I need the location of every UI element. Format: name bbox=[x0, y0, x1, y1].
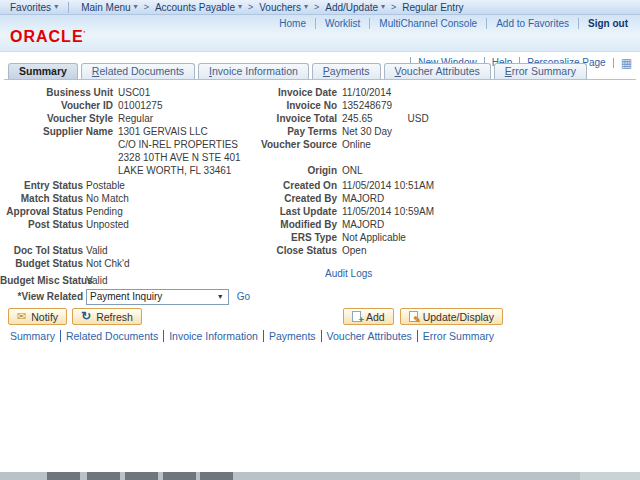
refresh-button[interactable]: ↻ Refresh bbox=[72, 308, 142, 325]
tab-voucher-attributes[interactable]: Voucher Attributes bbox=[384, 63, 491, 79]
chevron-down-icon: ▾ bbox=[381, 3, 385, 11]
chevron-down-icon: ▾ bbox=[134, 3, 138, 11]
chevron-down-icon: ▾ bbox=[238, 3, 242, 11]
footer-link-payments[interactable]: Payments bbox=[263, 330, 321, 342]
worklist-link[interactable]: Worklist bbox=[315, 18, 369, 29]
footer-link-voucher-attributes[interactable]: Voucher Attributes bbox=[321, 330, 417, 342]
breadcrumb-separator: > bbox=[246, 2, 255, 12]
breadcrumb-label: Vouchers bbox=[259, 2, 301, 13]
breadcrumb-accounts-payable[interactable]: Accounts Payable ▾ bbox=[151, 2, 246, 13]
field-label: Invoice No bbox=[225, 99, 337, 112]
taskbar-segment bbox=[125, 472, 158, 480]
tab-error-summary[interactable]: Error Summary bbox=[494, 63, 587, 79]
header-links: HomeWorklistMultiChannel ConsoleAdd to F… bbox=[270, 18, 630, 29]
field-last-update: Last Update 11/05/2014 10:59AM bbox=[225, 205, 585, 218]
tab-invoice-information[interactable]: Invoice Information bbox=[198, 63, 309, 79]
multichannel-console-link[interactable]: MultiChannel Console bbox=[369, 18, 486, 29]
breadcrumb: Favorites ▾ Main Menu ▾ > Accounts Payab… bbox=[0, 0, 640, 15]
field-value: Valid bbox=[83, 244, 108, 257]
field-value: Open bbox=[337, 244, 366, 257]
tab-related-documents[interactable]: Related Documents bbox=[81, 63, 195, 79]
field-origin: Origin ONL bbox=[225, 164, 585, 177]
field-label: Created By bbox=[225, 192, 337, 205]
field-entry-status: Entry Status Postable bbox=[0, 179, 250, 192]
chevron-down-icon: ▾ bbox=[54, 3, 58, 11]
home-link[interactable]: Home bbox=[270, 18, 315, 29]
field-value: 11/10/2014 bbox=[337, 86, 391, 99]
tab-summary[interactable]: Summary bbox=[8, 63, 78, 79]
personalize-layout-icon[interactable]: ▦ bbox=[613, 58, 632, 68]
field-value: Pending bbox=[83, 205, 123, 218]
button-label: Refresh bbox=[96, 311, 133, 323]
field-value: No Match bbox=[83, 192, 129, 205]
field-value: USC01 bbox=[113, 86, 150, 99]
field-label: Created On bbox=[225, 179, 337, 192]
view-related-selected-value: Payment Inquiry bbox=[90, 291, 162, 302]
tab-payments[interactable]: Payments bbox=[312, 63, 381, 79]
update-display-button[interactable]: ✎ Update/Display bbox=[400, 308, 503, 325]
field-close-status: Close Status Open bbox=[225, 244, 585, 257]
field-value: MAJORD bbox=[337, 218, 384, 231]
tab-label: Summary bbox=[19, 65, 67, 77]
tab-strip: Summary Related Documents Invoice Inform… bbox=[8, 63, 590, 79]
field-value: Online bbox=[337, 138, 371, 151]
breadcrumb-main-menu[interactable]: Main Menu ▾ bbox=[77, 2, 141, 13]
oracle-logo: ORACLE' bbox=[10, 28, 86, 46]
toolbar-right: + Add ✎ Update/Display bbox=[343, 308, 503, 325]
add-button[interactable]: + Add bbox=[343, 308, 394, 325]
field-ers-type: ERS Type Not Applicable bbox=[225, 231, 585, 244]
taskbar-segment bbox=[87, 472, 120, 480]
audit-logs-link[interactable]: Audit Logs bbox=[325, 268, 372, 279]
footer-link-error-summary[interactable]: Error Summary bbox=[417, 330, 499, 342]
breadcrumb-separator: > bbox=[389, 2, 398, 12]
taskbar-segment bbox=[200, 472, 233, 480]
view-related-select[interactable]: Payment Inquiry ▼ bbox=[86, 289, 229, 305]
left-field-column: Business Unit USC01 Voucher ID 01001275 … bbox=[0, 86, 250, 305]
breadcrumb-add-update[interactable]: Add/Update ▾ bbox=[321, 2, 389, 13]
field-label: Entry Status bbox=[0, 179, 83, 192]
field-value: ONL bbox=[337, 164, 363, 177]
notify-button[interactable]: ✉ Notify bbox=[8, 308, 67, 325]
field-label: Business Unit bbox=[0, 86, 113, 99]
plus-icon: + bbox=[359, 316, 364, 325]
field-label: Doc Tol Status bbox=[0, 244, 83, 257]
taskbar-light-area bbox=[580, 472, 640, 480]
field-label: Match Status bbox=[0, 192, 83, 205]
field-value: Valid bbox=[83, 274, 108, 287]
footer-nav-links: SummaryRelated DocumentsInvoice Informat… bbox=[5, 330, 499, 342]
breadcrumb-favorites[interactable]: Favorites ▾ bbox=[6, 2, 62, 13]
supplier-address-line: 2328 10TH AVE N STE 401 bbox=[0, 151, 250, 164]
footer-link-summary[interactable]: Summary bbox=[5, 330, 60, 342]
field-invoice-no: Invoice No 135248679 bbox=[225, 99, 585, 112]
tab-label: nvoice Information bbox=[212, 65, 298, 77]
taskbar-segment bbox=[163, 472, 196, 480]
sign-out-link[interactable]: Sign out bbox=[578, 18, 630, 29]
breadcrumb-vouchers[interactable]: Vouchers ▾ bbox=[255, 2, 312, 13]
field-label: Modified By bbox=[225, 218, 337, 231]
tab-divider-line bbox=[4, 79, 636, 80]
breadcrumb-label: Accounts Payable bbox=[155, 2, 235, 13]
field-business-unit: Business Unit USC01 bbox=[0, 86, 250, 99]
field-value: Unposted bbox=[83, 218, 129, 231]
field-voucher-id: Voucher ID 01001275 bbox=[0, 99, 250, 112]
footer-link-related-documents[interactable]: Related Documents bbox=[60, 330, 163, 342]
field-label: Voucher Source bbox=[225, 138, 337, 151]
view-related-row: *View Related Payment Inquiry ▼ Go bbox=[0, 288, 250, 305]
field-voucher-source: Voucher Source Online bbox=[225, 138, 585, 151]
field-created-by: Created By MAJORD bbox=[225, 192, 585, 205]
button-label: Notify bbox=[31, 311, 58, 323]
field-voucher-style: Voucher Style Regular bbox=[0, 112, 250, 125]
supplier-address-line: LAKE WORTH, FL 33461 bbox=[0, 164, 250, 177]
field-doc-tol-status: Doc Tol Status Valid bbox=[0, 244, 250, 257]
footer-link-invoice-information[interactable]: Invoice Information bbox=[163, 330, 263, 342]
update-page-icon: ✎ bbox=[409, 311, 418, 322]
field-match-status: Match Status No Match bbox=[0, 192, 250, 205]
audit-logs-row: Audit Logs bbox=[225, 267, 585, 280]
go-link[interactable]: Go bbox=[237, 291, 250, 302]
tab-accesskey: E bbox=[505, 65, 512, 77]
tab-label: rror Summary bbox=[512, 65, 576, 77]
field-value: 245.65 bbox=[337, 112, 373, 125]
field-label bbox=[0, 164, 113, 177]
field-label: Invoice Date bbox=[225, 86, 337, 99]
add-to-favorites-link[interactable]: Add to Favorites bbox=[486, 18, 578, 29]
